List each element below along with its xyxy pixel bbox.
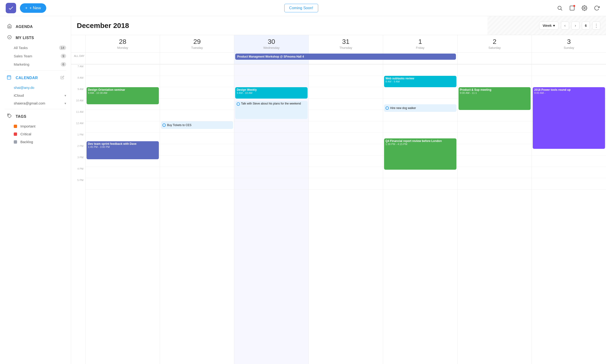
sidebar-item-agenda[interactable]: AGENDA xyxy=(2,21,69,32)
critical-label: Critical xyxy=(20,132,31,136)
sidebar-item-mylists[interactable]: MY LISTS xyxy=(2,32,69,43)
all-day-wed: Product Managment Workshop @ SFmoma Hall… xyxy=(234,52,308,64)
time-3pm: 3 PM xyxy=(71,156,85,167)
prev-week-button[interactable]: ‹ xyxy=(561,22,569,30)
event-buy-tickets[interactable]: Buy Tickets to CES xyxy=(161,121,233,129)
event-product-meeting[interactable]: Product & Sup meeting 9:00 AM - 11:1 xyxy=(459,87,531,110)
sidebar-divider xyxy=(5,70,66,71)
day-29-name: Tuesday xyxy=(162,46,232,50)
event-power-tools[interactable]: 2018 Power tools round up 9:00 AM - xyxy=(533,87,605,149)
event-title: Design Orientation seminar xyxy=(88,88,158,91)
event-time: 1:30 PM - 4:15 PM xyxy=(385,143,455,145)
calendar-account-primary[interactable]: shai@any.do xyxy=(0,84,71,91)
time-1pm: 1 PM xyxy=(71,133,85,144)
event-time: 1:45 PM - 3:00 PM xyxy=(88,145,158,148)
list-item-alltasks[interactable]: All Tasks 14 xyxy=(0,44,71,52)
time-12am: 12 AM xyxy=(71,121,85,133)
event-content: Talk with Steve about his plans for the … xyxy=(237,102,306,106)
tags-label: TAGS xyxy=(16,115,26,119)
topbar: + + New Coming Soon! xyxy=(0,0,606,16)
time-grid: 7 AM 8 AM 9 AM 10 AM 11 AM 12 AM 1 PM 2 … xyxy=(71,65,606,364)
gmail-name: shaiera@gmail.com xyxy=(14,101,65,105)
all-day-label: ALL DAY xyxy=(71,52,85,64)
time-labels: 7 AM 8 AM 9 AM 10 AM 11 AM 12 AM 1 PM 2 … xyxy=(71,65,85,364)
event-time: 8 AM - 9 AM xyxy=(385,80,455,83)
view-selector[interactable]: Week ▾ xyxy=(539,22,559,30)
tag-critical: Critical xyxy=(0,130,71,138)
day-col-wed: Design Weekly 9 AM - 10 AM Talk with Ste… xyxy=(234,65,308,364)
search-icon[interactable] xyxy=(556,4,563,12)
event-q4-financial[interactable]: Q4 Financial report review before London… xyxy=(384,138,456,170)
event-design-orientation[interactable]: Design Orientation seminar 9 AM - 10:30 … xyxy=(87,87,159,104)
mylists-label: MY LISTS xyxy=(16,36,34,40)
event-title: 2018 Power tools round up xyxy=(534,88,604,91)
event-design-weekly[interactable]: Design Weekly 9 AM - 10 AM xyxy=(235,87,307,99)
day-28-name: Monday xyxy=(88,46,158,50)
calendar-label: CALENDAR xyxy=(16,76,60,80)
event-time: 9:00 AM - xyxy=(534,91,604,94)
all-day-event-workshop[interactable]: Product Managment Workshop @ SFmoma Hall… xyxy=(235,53,456,60)
day-header-1: 1 Friday xyxy=(383,35,457,52)
all-day-sun xyxy=(532,52,606,64)
day-header-3: 3 Sunday xyxy=(532,35,606,52)
day-31-name: Thursday xyxy=(311,46,381,50)
calendar-grid: 28 Monday 29 Tuesday 30 Wednesday 31 Thu… xyxy=(71,35,606,364)
time-8am: 8 AM xyxy=(71,76,85,87)
event-web-subtasks[interactable]: Web subtasks review 8 AM - 9 AM xyxy=(384,76,456,87)
day-31-num: 31 xyxy=(311,38,381,46)
today-button[interactable]: 6 xyxy=(582,22,590,30)
marketing-label: Marketing xyxy=(14,62,61,66)
logo-button[interactable] xyxy=(6,3,16,13)
icloud-name: iCloud xyxy=(14,93,65,97)
day-1-num: 1 xyxy=(385,38,455,46)
home-icon xyxy=(7,24,12,30)
notification-icon[interactable] xyxy=(568,4,576,12)
more-options-button[interactable]: ⋮ xyxy=(592,22,600,30)
calendar-icon xyxy=(7,75,12,81)
calendar-account-icloud[interactable]: iCloud ▾ xyxy=(0,91,71,99)
coming-soon-button[interactable]: Coming Soon! xyxy=(284,4,318,12)
day-30-num: 30 xyxy=(236,38,306,46)
day-header-28: 28 Monday xyxy=(85,35,160,52)
check-circle-icon xyxy=(7,35,12,41)
next-week-button[interactable]: › xyxy=(571,22,580,30)
time-grid-wrapper: 7 AM 8 AM 9 AM 10 AM 11 AM 12 AM 1 PM 2 … xyxy=(71,65,606,364)
sidebar-item-tags[interactable]: TAGS xyxy=(2,111,69,122)
salesteam-label: Sales Team xyxy=(14,54,61,58)
day-3-name: Sunday xyxy=(534,46,604,50)
time-4pm: 4 PM xyxy=(71,167,85,178)
important-dot xyxy=(14,125,17,128)
icloud-arrow: ▾ xyxy=(65,94,66,97)
event-title: Product & Sup meeting xyxy=(460,88,529,91)
calendar-main: December 2018 Week ▾ ‹ › 6 ⋮ 28 xyxy=(71,16,606,364)
time-9am: 9 AM xyxy=(71,87,85,99)
event-title: Web subtasks review xyxy=(385,77,455,80)
sidebar-item-calendar[interactable]: CALENDAR xyxy=(2,73,69,83)
calendar-account-gmail[interactable]: shaiera@gmail.com ▾ xyxy=(0,99,71,107)
all-day-row: ALL DAY Product Managment Workshop @ SFm… xyxy=(71,52,606,65)
event-dev-sprint[interactable]: Dev team sprint feedback with Dave 1:45 … xyxy=(87,141,159,159)
primary-account-name: shai@any.do xyxy=(14,86,66,90)
calendar-edit-icon[interactable] xyxy=(60,76,64,80)
list-item-salesteam[interactable]: Sales Team 9 xyxy=(0,52,71,60)
all-day-tue xyxy=(160,52,234,64)
day-col-sun: 2018 Power tools round up 9:00 AM - xyxy=(532,65,606,364)
calendar-header: December 2018 Week ▾ ‹ › 6 ⋮ xyxy=(71,16,606,35)
event-title: Talk with Steve about his plans for the … xyxy=(241,102,301,105)
event-talk-steve[interactable]: Talk with Steve about his plans for the … xyxy=(235,101,307,119)
event-time: 9 AM - 10:30 AM xyxy=(88,91,158,94)
day-30-name: Wednesday xyxy=(236,46,306,50)
refresh-icon[interactable] xyxy=(593,4,600,12)
event-title: Dev team sprint feedback with Dave xyxy=(88,142,158,145)
list-item-marketing[interactable]: Marketing 6 xyxy=(0,60,71,68)
time-10am: 10 AM xyxy=(71,99,85,110)
svg-point-3 xyxy=(584,7,585,9)
new-button[interactable]: + + New xyxy=(20,3,46,13)
alltasks-badge: 14 xyxy=(59,46,66,50)
event-dog-walker[interactable]: Hire new dog walker xyxy=(384,104,456,112)
time-11am: 11 AM xyxy=(71,110,85,121)
new-label: + New xyxy=(29,6,41,11)
day-29-num: 29 xyxy=(162,38,232,46)
settings-icon[interactable] xyxy=(581,4,588,12)
backlog-dot xyxy=(14,140,17,143)
